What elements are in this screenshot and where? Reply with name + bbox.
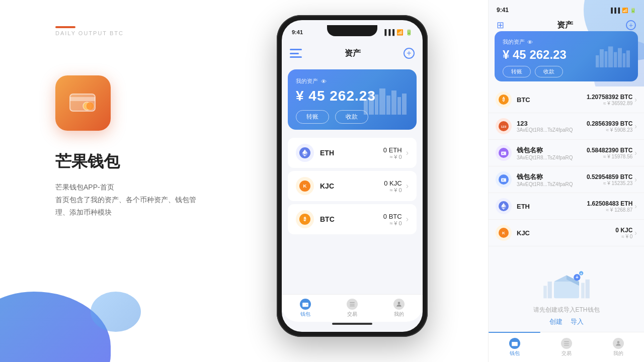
right-panel: 9:41 ▐▐▐ 📶 🔋 ⊞ 资产 + 我的资产 👁 ¥ 45 262.23 [488, 0, 644, 362]
svg-rect-31 [623, 53, 626, 67]
svg-rect-32 [626, 50, 630, 67]
app-title: 芒果钱包 [55, 151, 120, 173]
transaction-nav-icon [347, 299, 358, 310]
svg-rect-50 [554, 282, 579, 298]
svg-rect-9 [391, 90, 396, 115]
phone-menu-icon[interactable] [290, 49, 302, 58]
svg-rect-8 [386, 96, 390, 115]
svg-rect-54 [547, 282, 551, 298]
right-nav-transaction[interactable]: 交易 [540, 332, 592, 362]
right-nav-mine[interactable]: 我的 [592, 332, 644, 362]
phone-bottom-nav: 钱包 交易 我的 [282, 294, 423, 322]
kjc-amount-group: 0 KJC ≈ ¥ 0 [384, 179, 401, 193]
wallet-nav-label: 钱包 [300, 311, 310, 318]
right-eye-icon[interactable]: 👁 [527, 39, 533, 45]
right-wallet2-info: 钱包名称 3AvEQt1R8...TsZ4fpaRQ [517, 172, 587, 187]
battery-icon: 🔋 [406, 29, 413, 36]
right-receive-button[interactable]: 收款 [535, 66, 563, 77]
eth-amount-group: 0 ETH ≈ ¥ 0 [383, 146, 402, 160]
btc-amount-group: 0 BTC ≈ ¥ 0 [383, 213, 402, 226]
phone-screen: 9:41 ▐▐▐ 📶 🔋 资产 + [282, 20, 423, 332]
right-wallet1-arrow-icon: › [634, 149, 637, 157]
phone-nav-transaction[interactable]: 交易 [329, 295, 375, 322]
right-wallet2-arrow-icon: › [634, 175, 637, 184]
svg-rect-23 [302, 303, 308, 307]
svg-point-24 [398, 302, 400, 304]
list-item[interactable]: 钱包名称 3AvEQt1R8...TsZ4fpaRQ 0.52954859 BT… [489, 166, 644, 193]
right-signal-icon: ▐▐▐ [609, 8, 620, 13]
kjc-info: KJC [320, 182, 384, 190]
right-transaction-nav-label: 交易 [561, 350, 572, 357]
right-mine-nav-label: 我的 [613, 350, 623, 357]
right-mine-nav-icon [613, 338, 624, 349]
app-icon-svg [65, 85, 101, 121]
svg-rect-10 [397, 97, 401, 115]
right-wifi-icon: 📶 [622, 8, 628, 13]
eth-info: ETH [320, 149, 383, 157]
mine-nav-label: 我的 [394, 311, 404, 318]
app-icon [55, 75, 111, 131]
mine-nav-icon [393, 299, 405, 310]
right-nav-wallet[interactable]: 钱包 [489, 332, 540, 362]
right-123-val: 0.28563939 BTC ≈ ¥ 5908.23 [587, 120, 632, 133]
right-time: 9:41 [497, 7, 509, 14]
right-kjc-icon: K [496, 225, 512, 241]
right-bottom-nav: 钱包 交易 我的 [489, 332, 644, 362]
list-item[interactable]: ETH 0 ETH ≈ ¥ 0 › [288, 138, 417, 168]
svg-text:+: + [580, 272, 582, 276]
list-item[interactable]: K KJC 0 KJC ≈ ¥ 0 › [489, 220, 644, 246]
right-coin-list: ₿ BTC 1.20758392 BTC ≈ ¥ 36592.89 › 123 … [489, 86, 644, 257]
left-section: DAILY OUTPUT BTC 芒果钱包 芒果钱包APP-首页 首页包含了我的… [0, 0, 272, 362]
list-item[interactable]: K KJC 0 KJC ≈ ¥ 0 › [288, 171, 417, 201]
phone-coin-list: ETH 0 ETH ≈ ¥ 0 › K KJC [282, 135, 423, 302]
right-kjc-arrow-icon: › [634, 229, 637, 237]
right-grid-icon[interactable]: ⊞ [497, 20, 504, 31]
transaction-nav-label: 交易 [347, 311, 357, 318]
right-eth-arrow-icon: › [634, 202, 637, 210]
phone-nav-mine[interactable]: 我的 [376, 295, 423, 322]
svg-rect-28 [608, 46, 613, 67]
eye-icon[interactable]: 👁 [321, 78, 327, 84]
wifi-icon: 📶 [396, 29, 404, 36]
svg-rect-56 [585, 280, 589, 299]
list-item[interactable]: ₿ BTC 1.20758392 BTC ≈ ¥ 36592.89 › [489, 86, 644, 113]
app-icon-wrapper [55, 75, 111, 131]
app-description: 芒果钱包APP-首页 首页包含了我的资产、各个币种资产、钱包管 理、添加币种模块 [55, 181, 196, 219]
right-wallet2-val: 0.52954859 BTC ≈ ¥ 15235.23 [587, 173, 632, 186]
right-wallet1-info: 钱包名称 3AvEQt1R8...TsZ4fpaRQ [517, 146, 587, 160]
right-wallet1-val: 0.58482390 BTC ≈ ¥ 15978.56 [587, 147, 632, 159]
right-transaction-nav-icon [561, 338, 572, 349]
svg-text:K: K [502, 231, 505, 235]
svg-text:K: K [303, 183, 307, 189]
svg-rect-55 [581, 283, 585, 299]
svg-rect-12 [365, 97, 367, 100]
list-item[interactable]: 123 123 3AvEQt1R8...TsZ4fpaRQ 0.28563939… [489, 113, 644, 140]
right-asset-label: 我的资产 👁 [503, 38, 630, 46]
svg-rect-11 [402, 94, 407, 115]
eth-arrow-icon: › [406, 148, 409, 157]
svg-point-62 [617, 341, 619, 343]
right-battery-icon: 🔋 [630, 8, 636, 13]
phone-time: 9:41 [292, 29, 303, 35]
right-add-icon[interactable]: + [626, 20, 636, 30]
list-item[interactable]: ETH 1.62508483 ETH ≈ ¥ 1268.87 › [489, 193, 644, 220]
phone-transfer-button[interactable]: 转账 [296, 110, 329, 124]
right-btc-info: BTC [517, 96, 587, 104]
app-desc-line1: 芒果钱包APP-首页 [55, 183, 114, 191]
create-wallet-link[interactable]: 创建 [549, 317, 562, 326]
list-item[interactable]: 钱包名称 3AvEQt1R8...TsZ4fpaRQ 0.58482390 BT… [489, 140, 644, 166]
svg-rect-53 [543, 286, 547, 298]
svg-rect-30 [618, 48, 622, 67]
list-item[interactable]: ₿ BTC 0 BTC ≈ ¥ 0 › [288, 204, 417, 234]
phone-nav-wallet[interactable]: 钱包 [282, 295, 329, 322]
svg-rect-13 [370, 94, 372, 96]
right-transfer-button[interactable]: 转账 [503, 66, 531, 77]
phone-status-icons: ▐▐▐ 📶 🔋 [383, 29, 413, 36]
right-kjc-val: 0 KJC ≈ ¥ 0 [615, 227, 632, 239]
svg-rect-7 [379, 88, 385, 115]
svg-rect-25 [596, 55, 599, 67]
svg-rect-42 [503, 179, 504, 180]
phone-add-icon[interactable]: + [404, 48, 415, 59]
svg-rect-27 [605, 51, 608, 67]
import-wallet-link[interactable]: 导入 [571, 317, 584, 326]
